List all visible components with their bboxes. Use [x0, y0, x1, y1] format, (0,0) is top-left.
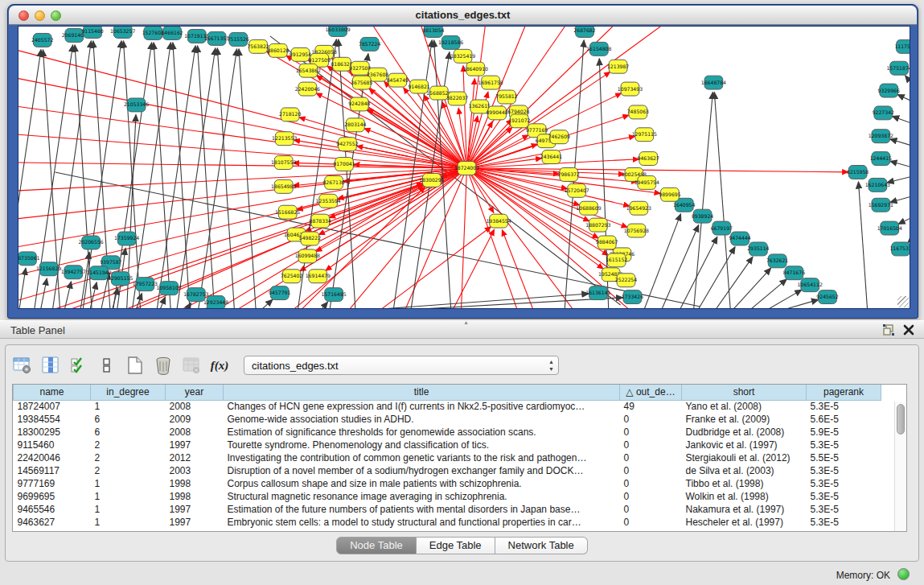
- graph-node[interactable]: 9227342: [873, 106, 894, 120]
- graph-node[interactable]: 2522254: [615, 274, 637, 287]
- graph-node[interactable]: 19218586: [438, 35, 463, 49]
- graph-node[interactable]: 9474444: [729, 232, 750, 245]
- graph-node[interactable]: 21053346: [124, 98, 149, 112]
- table-vertical-scrollbar[interactable]: [894, 402, 906, 531]
- graph-node[interactable]: 16671355: [204, 31, 229, 45]
- graph-node[interactable]: 8878334: [310, 214, 331, 228]
- graph-node[interactable]: 7986372: [558, 167, 580, 181]
- graph-node[interactable]: 8990448: [486, 106, 507, 120]
- graph-node[interactable]: 2935114: [747, 242, 769, 256]
- table-row[interactable]: 977716911998Corpus callosum shape and si…: [14, 477, 881, 490]
- window-resize-grip[interactable]: [897, 296, 909, 307]
- network-window-titlebar[interactable]: citations_edges.txt: [9, 6, 917, 25]
- float-panel-icon[interactable]: [882, 323, 895, 336]
- graph-node[interactable]: 2687682: [573, 27, 595, 37]
- graph-node[interactable]: 7955812: [495, 90, 517, 104]
- graph-node[interactable]: 16914479: [306, 270, 331, 283]
- graph-node[interactable]: 8860128: [267, 43, 289, 57]
- graph-node[interactable]: 7563822: [247, 39, 269, 53]
- table-row[interactable]: 1872400712008Changes of HCN gene express…: [14, 400, 881, 413]
- graph-node[interactable]: 16154808: [586, 42, 611, 56]
- graph-node[interactable]: 2436441: [540, 150, 562, 164]
- memory-ok-indicator[interactable]: [897, 568, 910, 580]
- graph-node[interactable]: 19495754: [634, 175, 659, 189]
- tab-network-table[interactable]: Network Table: [495, 537, 588, 554]
- graph-node[interactable]: 12353594: [316, 194, 341, 208]
- table-row[interactable]: 969969511998Structural magnetic resonanc…: [14, 490, 881, 503]
- graph-node[interactable]: 9463627: [638, 152, 659, 166]
- table-settings-icon[interactable]: [12, 355, 33, 376]
- graph-node[interactable]: 9245652: [816, 290, 838, 304]
- graph-node[interactable]: 18300295: [419, 173, 444, 187]
- graph-node[interactable]: 7462609: [548, 130, 570, 144]
- graph-node[interactable]: 15751874: [887, 61, 910, 75]
- graph-node[interactable]: 6679197: [711, 221, 733, 235]
- graph-node[interactable]: 8215958: [847, 166, 869, 179]
- table-row[interactable]: 946362711997Embryonic stem cells: a mode…: [14, 516, 881, 529]
- graph-node[interactable]: 12213553: [272, 132, 297, 146]
- graph-node[interactable]: 7632621: [766, 254, 788, 268]
- table-selector-dropdown[interactable]: citations_edges.txt ▲▼: [244, 356, 559, 375]
- graph-node[interactable]: 1733426: [622, 290, 643, 304]
- tab-node-table[interactable]: Node Table: [336, 537, 417, 554]
- graph-node[interactable]: 2718120: [279, 108, 301, 122]
- graph-node[interactable]: 17957223: [133, 278, 158, 291]
- graph-node[interactable]: 8938924: [692, 209, 713, 223]
- graph-node[interactable]: 2803144: [344, 118, 366, 132]
- graph-node[interactable]: 16961758: [478, 76, 503, 89]
- graph-node[interactable]: 1244415: [870, 152, 892, 166]
- graph-node[interactable]: 12156829: [36, 262, 61, 276]
- network-canvas[interactable]: 1872400724055722069140691154601065325715…: [18, 26, 910, 309]
- graph-node[interactable]: 18724007: [454, 162, 479, 175]
- column-header-year[interactable]: year: [166, 385, 224, 400]
- graph-node[interactable]: 18107553: [271, 156, 296, 170]
- graph-node[interactable]: 18325419: [450, 49, 475, 63]
- graph-node[interactable]: 6466162: [161, 27, 183, 39]
- graph-node[interactable]: 19384554: [486, 214, 511, 228]
- tab-edge-table[interactable]: Edge Table: [417, 537, 495, 554]
- close-panel-icon[interactable]: [903, 324, 914, 336]
- graph-node[interactable]: 10973493: [618, 82, 643, 96]
- graph-node[interactable]: 16543862: [296, 64, 321, 77]
- scrollbar-thumb[interactable]: [897, 404, 905, 435]
- graph-node[interactable]: 1167533: [889, 242, 910, 256]
- column-header-out_de[interactable]: △ out_de…: [620, 385, 682, 400]
- graph-node[interactable]: 9242848: [348, 97, 370, 111]
- column-header-in_degree[interactable]: in_degree: [91, 385, 166, 400]
- graph-node[interactable]: 9899695: [659, 187, 680, 201]
- graph-node[interactable]: 10653257: [110, 27, 135, 38]
- graph-node[interactable]: 9115460: [81, 27, 103, 38]
- column-header-name[interactable]: name: [14, 385, 91, 400]
- delete-rows-icon[interactable]: [153, 355, 174, 376]
- graph-node[interactable]: 16033809: [325, 27, 350, 36]
- table-row[interactable]: 2242004622012Investigating the contribut…: [14, 451, 881, 464]
- graph-node[interactable]: 18735061: [18, 252, 40, 266]
- graph-node[interactable]: 9427552: [336, 138, 358, 151]
- graph-node[interactable]: 12975115: [632, 128, 657, 142]
- network-window[interactable]: citations_edges.txt 18724007240557220691…: [7, 4, 918, 319]
- table-row[interactable]: 946554611997Estimation of the future num…: [14, 503, 881, 516]
- graph-node[interactable]: 20206556: [79, 236, 104, 249]
- table-row[interactable]: 1830029562008Estimation of significance …: [14, 426, 881, 439]
- function-builder-icon[interactable]: f(x): [209, 355, 230, 376]
- graph-node[interactable]: 1615152: [606, 253, 627, 267]
- table-row[interactable]: 1938455462009Genome-wide association stu…: [14, 413, 881, 426]
- graph-node[interactable]: 12923448: [203, 296, 228, 308]
- graph-node[interactable]: 8813054: [422, 27, 444, 37]
- column-header-short[interactable]: short: [682, 385, 807, 400]
- graph-node[interactable]: 10958107: [157, 282, 182, 295]
- graph-node[interactable]: 13942757: [61, 266, 86, 279]
- graph-node[interactable]: 15716485: [322, 288, 347, 302]
- graph-node[interactable]: 10688609: [576, 201, 601, 215]
- new-table-icon[interactable]: [125, 355, 146, 376]
- graph-node[interactable]: 16648784: [701, 76, 726, 89]
- select-all-checklist-icon[interactable]: [68, 355, 89, 376]
- graph-node[interactable]: 9329966: [878, 84, 900, 97]
- select-column-icon[interactable]: [40, 355, 61, 376]
- graph-node[interactable]: 16136141: [585, 286, 610, 300]
- graph-node[interactable]: 3822037: [446, 92, 468, 105]
- row-height-icon[interactable]: [97, 355, 117, 376]
- graph-node[interactable]: 2405572: [31, 33, 53, 47]
- graph-node[interactable]: 7857224: [359, 37, 380, 51]
- graph-node[interactable]: 16099488: [295, 249, 320, 263]
